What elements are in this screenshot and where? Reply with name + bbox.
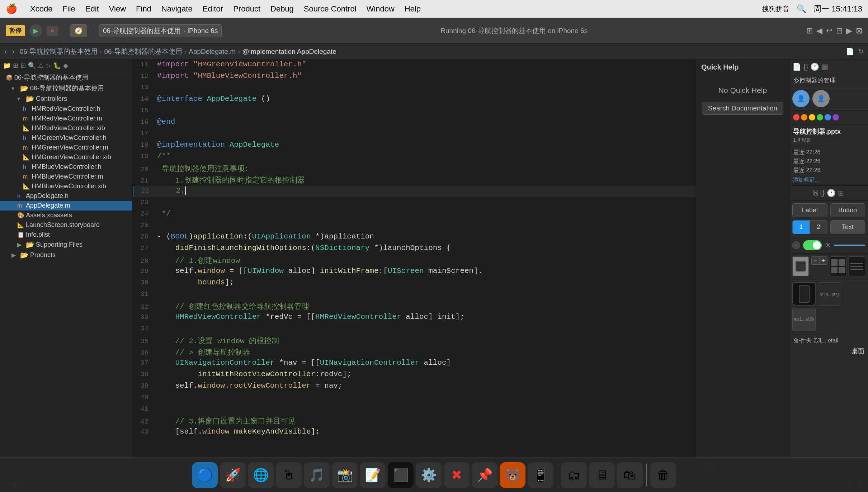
dock-finder[interactable]: 🔵 [192, 462, 218, 488]
breadcrumb-file[interactable]: AppDelegate.m [189, 48, 236, 56]
sidebar-item-supporting-files[interactable]: ▶ 📂 Supporting Files [0, 240, 132, 250]
dock-safari[interactable]: 🌐 [248, 462, 274, 488]
back-icon[interactable]: ↩ [826, 26, 832, 36]
breadcrumb-group[interactable]: 06-导航控制器的基本使用 [104, 47, 182, 56]
inspector-brackets-icon[interactable]: {} [803, 63, 808, 71]
search-icon[interactable]: 🔍 [797, 4, 806, 14]
dock-store[interactable]: 🛍 [617, 462, 643, 488]
sidebar-item-controllers[interactable]: ▾ 📂 Controllers [0, 94, 132, 104]
menu-window[interactable]: Window [367, 4, 395, 14]
widget-copy-icon[interactable]: ⎘ [813, 189, 818, 197]
seg-1[interactable]: 1 [793, 221, 810, 234]
dock-files[interactable]: 🗂 [561, 462, 587, 488]
nav-symbols-icon[interactable]: ⊟ [20, 62, 26, 70]
stop-button[interactable]: ■ [47, 26, 58, 36]
dock-photos[interactable]: 📸 [332, 462, 358, 488]
breadcrumb-forward[interactable]: › [12, 47, 14, 56]
seg-2[interactable]: 2 [810, 221, 827, 234]
dock-prefs[interactable]: ⚙️ [416, 462, 442, 488]
dock-trash[interactable]: 🗑 [650, 462, 676, 488]
label-widget-btn[interactable]: Label [792, 203, 827, 217]
nav-test-icon[interactable]: ▷ [46, 62, 51, 70]
sidebar-item-products[interactable]: ▶ 📂 Products [0, 250, 132, 260]
sidebar-item-project-root[interactable]: 📦 06-导航控制器的基本使用 [0, 72, 132, 83]
nav-debug-icon[interactable]: 🐛 [53, 62, 61, 70]
nav-source-icon[interactable]: ⊞ [13, 62, 18, 70]
dock-app[interactable]: 📱 [528, 462, 553, 488]
sidebar-item-hmred-h[interactable]: h HMRedViewController.h [0, 104, 132, 114]
segmented-control[interactable]: 1 2 [792, 220, 827, 234]
decrement-btn[interactable]: − [811, 257, 819, 265]
inspector-icon[interactable]: ▶ [846, 26, 852, 36]
add-file-icon[interactable]: 📄 [846, 47, 854, 56]
sidebar-item-hmgreen-xib[interactable]: 📐 HMGreenViewController.xib [0, 152, 132, 162]
nav-breakpoints-icon[interactable]: ◆ [63, 62, 68, 70]
color-dot-yellow[interactable] [809, 114, 815, 120]
menu-view[interactable]: View [109, 4, 126, 14]
code-editor[interactable]: 11 #import "HMGreenViewController.h" 12 … [133, 60, 696, 475]
menu-source-control[interactable]: Source Control [304, 4, 357, 14]
navigator-icon[interactable]: ◀ [816, 26, 822, 36]
nav-files-icon[interactable]: 📁 [3, 62, 11, 70]
sidebar-item-hmgreen-m[interactable]: m HMGreenViewController.m [0, 143, 132, 152]
sidebar-item-assets[interactable]: 🎨 Assets.xcassets [0, 210, 132, 220]
menu-file[interactable]: File [62, 4, 75, 14]
dock-notes[interactable]: 📝 [360, 462, 386, 488]
menu-help[interactable]: Help [405, 4, 421, 14]
increment-btn[interactable]: + [819, 257, 827, 265]
breadcrumb-symbol[interactable]: @implementation AppDelegate [242, 48, 336, 56]
dock-terminal[interactable]: ⬛ [388, 462, 414, 488]
sidebar-item-hmgreen-h[interactable]: h HMGreenViewController.h [0, 133, 132, 143]
sidebar-item-hmblue-xib[interactable]: 📐 HMBlueViewController.xib [0, 181, 132, 191]
menu-find[interactable]: Find [136, 4, 151, 14]
menu-debug[interactable]: Debug [270, 4, 294, 14]
sidebar-item-launchscreen[interactable]: 📐 LaunchScreen.storyboard [0, 220, 132, 230]
inspector-history-icon[interactable]: 🕐 [810, 62, 819, 71]
button-widget-btn[interactable]: Button [830, 203, 865, 217]
add-tag-link[interactable]: 添加标记... [793, 176, 864, 183]
color-dot-orange[interactable] [801, 114, 807, 120]
color-dot-red[interactable] [793, 114, 799, 120]
apple-menu[interactable]: 🍎 [6, 3, 17, 14]
sidebar-item-hmblue-h[interactable]: h HMBlueViewController.h [0, 162, 132, 172]
menu-product[interactable]: Product [233, 4, 260, 14]
scheme-selector[interactable]: 06-导航控制器的基本使用 › iPhone 6s [99, 24, 222, 37]
sidebar-item-hmred-m[interactable]: m HMRedViewController.m [0, 114, 132, 123]
sidebar-item-infoplist[interactable]: 📋 Info.plist [0, 230, 132, 240]
dock-stickies[interactable]: 📌 [472, 462, 497, 488]
nav-search-icon[interactable]: 🔍 [28, 62, 36, 70]
jump-bar-icon[interactable]: ↻ [858, 47, 864, 56]
stepper-widget[interactable]: − + [811, 256, 827, 276]
debug-icon[interactable]: ⊠ [856, 26, 862, 36]
breadcrumb-back[interactable]: ‹ [4, 47, 7, 56]
dock-launchpad[interactable]: 🚀 [220, 462, 246, 488]
run-button[interactable]: ▶ [29, 24, 42, 37]
menu-navigate[interactable]: Navigate [161, 4, 193, 14]
dock-itunes[interactable]: 🎵 [304, 462, 330, 488]
widget-code-icon[interactable]: {} [820, 189, 825, 197]
slider-knob[interactable]: ○ [792, 241, 800, 249]
search-documentation-button[interactable]: Search Documentation [702, 102, 783, 115]
dock-vmware[interactable]: 🖥 [589, 462, 615, 488]
color-dot-purple[interactable] [832, 114, 839, 120]
toggle-switch[interactable] [803, 240, 822, 250]
dock-xmind[interactable]: ✖ [444, 462, 470, 488]
sidebar-item-hmred-xib[interactable]: 📐 HMRedViewController.xib [0, 123, 132, 133]
menu-edit[interactable]: Edit [85, 4, 99, 14]
menu-editor[interactable]: Editor [203, 4, 223, 14]
sidebar-item-group-main[interactable]: ▾ 📂 06-导航控制器的基本使用 [0, 83, 132, 94]
sidebar-item-hmblue-m[interactable]: m HMBlueViewController.m [0, 172, 132, 181]
sidebar-item-appdelegate-h[interactable]: h AppDelegate.h [0, 191, 132, 201]
widget-share-icon[interactable]: ⊞ [838, 189, 844, 197]
scheme-icon[interactable]: 🧭 [70, 24, 87, 37]
sidebar-toggle-icon[interactable]: ⊞ [806, 26, 813, 36]
breadcrumb-project[interactable]: 06-导航控制器的基本使用 [20, 47, 98, 56]
dock-bear[interactable]: 🐻 [500, 462, 525, 488]
sidebar-item-appdelegate-m[interactable]: m AppDelegate.m [0, 201, 132, 210]
dock-mouse[interactable]: 🖱 [276, 462, 302, 488]
inspector-grid-icon[interactable]: ▦ [821, 62, 828, 71]
color-dot-green[interactable] [817, 114, 823, 120]
widget-history-icon2[interactable]: 🕐 [827, 189, 836, 197]
inspector-file-icon[interactable]: 📄 [792, 62, 801, 71]
color-dot-blue[interactable] [825, 114, 831, 120]
